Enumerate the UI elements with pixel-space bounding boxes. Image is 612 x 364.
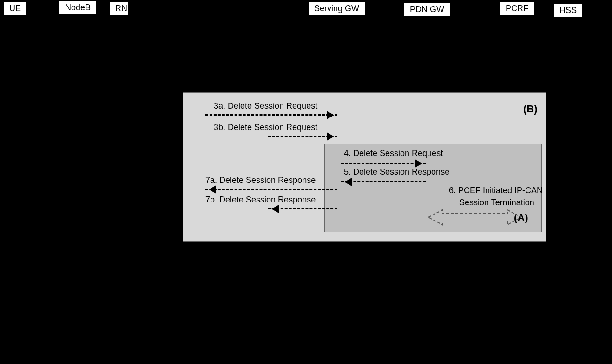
node-ue: UE <box>3 1 27 16</box>
node-pgw: PDN GW <box>403 2 451 17</box>
node-pcrf: PCRF <box>499 1 535 16</box>
label-region-b: (B) <box>523 103 538 115</box>
arrow-4 <box>341 162 426 164</box>
msg-4: 4. Delete Session Request <box>344 149 443 158</box>
arrow-3b <box>268 136 337 137</box>
node-hss: HSS <box>553 3 583 18</box>
msg-3a: 3a. Delete Session Request <box>214 101 317 111</box>
msg-3b: 3b. Delete Session Request <box>214 123 317 132</box>
arrow-7b <box>268 208 337 209</box>
msg-7b: 7b. Delete Session Response <box>205 195 316 205</box>
double-arrow <box>428 208 521 227</box>
msg-6a: 6. PCEF Initiated IP-CAN <box>449 186 543 195</box>
msg-5: 5. Delete Session Response <box>344 167 449 177</box>
node-rnc: RNC <box>109 1 129 16</box>
arrow-7a <box>205 188 337 190</box>
node-sgw: Serving GW <box>308 1 366 16</box>
svg-marker-0 <box>428 210 521 225</box>
node-nodeb: NodeB <box>59 0 97 15</box>
arrow-5 <box>341 181 426 182</box>
msg-6b: Session Termination <box>459 198 534 208</box>
lifeline-rnc <box>120 19 121 364</box>
msg-7a: 7a. Delete Session Response <box>205 176 316 185</box>
arrow-3a <box>205 114 337 116</box>
